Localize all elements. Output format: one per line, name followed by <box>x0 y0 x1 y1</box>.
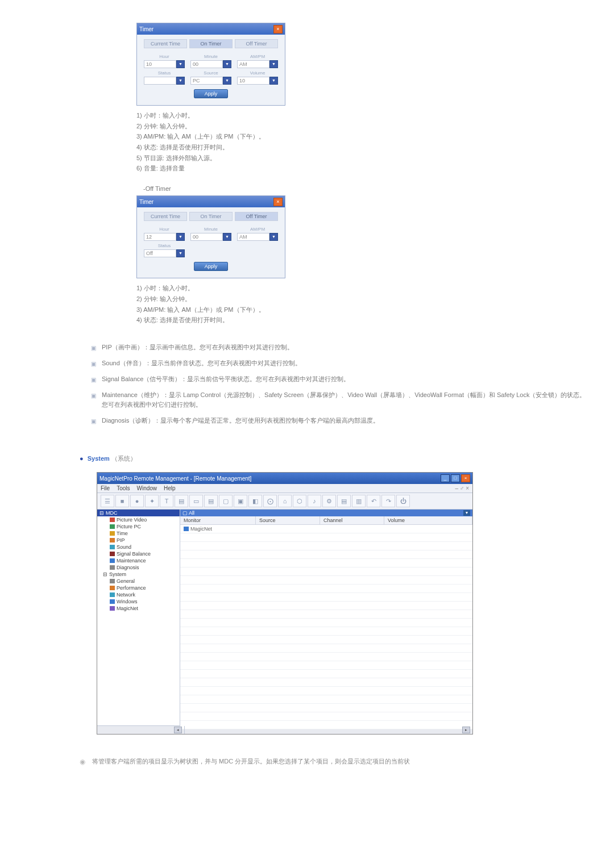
toolbar-button[interactable]: ◧ <box>248 495 262 507</box>
toolbar-button[interactable]: ♪ <box>308 495 321 507</box>
tree-item[interactable]: Windows <box>97 598 180 605</box>
toolbar-button[interactable]: ● <box>130 495 144 507</box>
tab-on-timer[interactable]: On Timer <box>189 212 233 221</box>
toolbar-button[interactable]: ▤ <box>204 495 218 507</box>
toolbar-button[interactable]: ⬡ <box>293 495 306 507</box>
col-channel[interactable]: Channel <box>320 516 384 524</box>
bullet-icon: ▣ <box>91 416 96 426</box>
col-source[interactable]: Source <box>256 516 320 524</box>
dialog-title: Timer <box>139 199 154 205</box>
tree-item[interactable]: MagicNet <box>97 605 180 612</box>
list-data: MagicNet <box>180 525 472 729</box>
list-item: 3) AM/PM: 输入 AM（上午）或 PM（下午）。 <box>136 304 591 315</box>
tree-item[interactable]: PIP <box>97 537 180 544</box>
toolbar-button[interactable]: ■ <box>115 495 129 507</box>
tree-item[interactable]: Performance <box>97 585 180 591</box>
table-row <box>180 712 472 721</box>
toolbar-button[interactable]: ⌂ <box>278 495 292 507</box>
toolbar-button[interactable]: ✦ <box>145 495 159 507</box>
chevron-down-icon[interactable]: ▼ <box>223 60 231 68</box>
chevron-down-icon[interactable]: ▼ <box>223 77 231 85</box>
scroll-left-icon[interactable]: ◂ <box>174 727 182 733</box>
close-icon[interactable]: × <box>273 198 283 206</box>
col-volume[interactable]: Volume <box>384 516 472 524</box>
toolbar-button[interactable]: ▥ <box>352 495 366 507</box>
toolbar-button[interactable]: ▢ <box>219 495 233 507</box>
source-input[interactable]: PC ▼ <box>190 77 231 85</box>
apply-button[interactable]: Apply <box>194 262 229 271</box>
scroll-right-icon[interactable]: ▸ <box>462 727 470 733</box>
tree-item[interactable]: Signal Balance <box>97 550 180 557</box>
tab-current-time[interactable]: Current Time <box>144 39 187 48</box>
menu-help[interactable]: Help <box>164 485 176 491</box>
chevron-down-icon[interactable]: ▼ <box>176 249 185 257</box>
chevron-down-icon[interactable]: ▼ <box>223 233 231 241</box>
tab-current-time[interactable]: Current Time <box>144 212 187 221</box>
tab-on-timer[interactable]: On Timer <box>189 39 233 48</box>
maximize-icon[interactable]: □ <box>451 474 460 482</box>
chevron-down-icon[interactable]: ▼ <box>176 233 185 241</box>
tree-item[interactable]: General <box>97 578 180 585</box>
chevron-down-icon[interactable]: ▼ <box>269 233 278 241</box>
toolbar-button[interactable]: ⏻ <box>396 495 410 507</box>
table-row <box>180 661 472 670</box>
list-item: 5) 节目源: 选择外部输入源。 <box>136 153 591 164</box>
hour-input[interactable]: 10 ▼ <box>144 60 185 68</box>
section-title: System <box>88 455 110 462</box>
chevron-down-icon[interactable]: ▼ <box>176 77 185 85</box>
toolbar-button[interactable]: ↷ <box>381 495 395 507</box>
menu-file[interactable]: File <box>101 485 110 491</box>
hour-input[interactable]: 12 ▼ <box>144 233 185 241</box>
chevron-down-icon[interactable]: ▼ <box>269 60 278 68</box>
chevron-down-icon[interactable]: ▼ <box>463 510 470 516</box>
tree-item[interactable]: Sound <box>97 544 180 550</box>
toolbar-button[interactable]: ▭ <box>189 495 203 507</box>
volume-input[interactable]: 10 ▼ <box>237 77 278 85</box>
tree-root-label: MDC <box>106 510 118 516</box>
tree-root-mdc[interactable]: ⊟ MDC <box>97 510 180 516</box>
menu-tools[interactable]: Tools <box>117 485 130 491</box>
ampm-input[interactable]: AM ▼ <box>237 60 278 68</box>
tree-item[interactable]: Diagnosis <box>97 564 180 571</box>
tree-item[interactable]: Network <box>97 591 180 598</box>
minute-input[interactable]: 00 ▼ <box>190 233 231 241</box>
toolbar-button[interactable]: ⚙ <box>322 495 336 507</box>
table-row <box>180 533 472 542</box>
toolbar-button[interactable]: ▤ <box>337 495 351 507</box>
feature-text: Maintenance（维护）：显示 Lamp Control（光源控制）、Sa… <box>102 390 591 410</box>
chevron-down-icon[interactable]: ▼ <box>176 60 185 68</box>
section-subtitle: （系统） <box>111 455 136 462</box>
minute-label: Minute <box>190 54 231 59</box>
tree-root-system[interactable]: ⊟System <box>97 571 180 578</box>
toolbar-button[interactable]: ↶ <box>367 495 380 507</box>
close-icon[interactable]: × <box>273 25 283 34</box>
apply-button[interactable]: Apply <box>194 89 229 98</box>
toolbar-button[interactable]: ☰ <box>101 495 114 507</box>
tabs: Current Time On Timer Off Timer <box>144 212 278 221</box>
toolbar-button[interactable]: T <box>160 495 173 507</box>
tree-item[interactable]: Picture Video <box>97 516 180 523</box>
table-row <box>180 559 472 567</box>
status-input[interactable]: Off ▼ <box>144 249 185 257</box>
toolbar-button[interactable]: ▤ <box>175 495 188 507</box>
tab-off-timer[interactable]: Off Timer <box>235 39 278 48</box>
chevron-down-icon[interactable]: ▼ <box>269 77 278 85</box>
footer-text: 将管理客户端所需的项目显示为树状图，并与 MDC 分开显示。如果您选择了某个项目… <box>92 757 410 766</box>
close-icon[interactable]: × <box>461 474 470 482</box>
col-monitor[interactable]: Monitor <box>180 516 256 524</box>
table-row[interactable]: MagicNet <box>180 525 472 533</box>
minute-input[interactable]: 00 ▼ <box>190 60 231 68</box>
tree-item[interactable]: Picture PC <box>97 523 180 530</box>
menu-window[interactable]: Window <box>136 485 157 491</box>
subwindow-buttons[interactable]: – ♂ × <box>455 485 469 491</box>
toolbar-button[interactable]: ▣ <box>234 495 247 507</box>
toolbar-button[interactable]: ⨀ <box>263 495 277 507</box>
status-input[interactable]: ▼ <box>144 77 185 85</box>
ampm-input[interactable]: AM ▼ <box>237 233 278 241</box>
tree-item[interactable]: Maintenance <box>97 557 180 564</box>
folder-icon: ⊟ <box>99 510 104 516</box>
tab-off-timer[interactable]: Off Timer <box>235 212 278 221</box>
tree-item[interactable]: Time <box>97 530 180 537</box>
table-row <box>180 576 472 585</box>
minimize-icon[interactable]: _ <box>441 474 450 482</box>
